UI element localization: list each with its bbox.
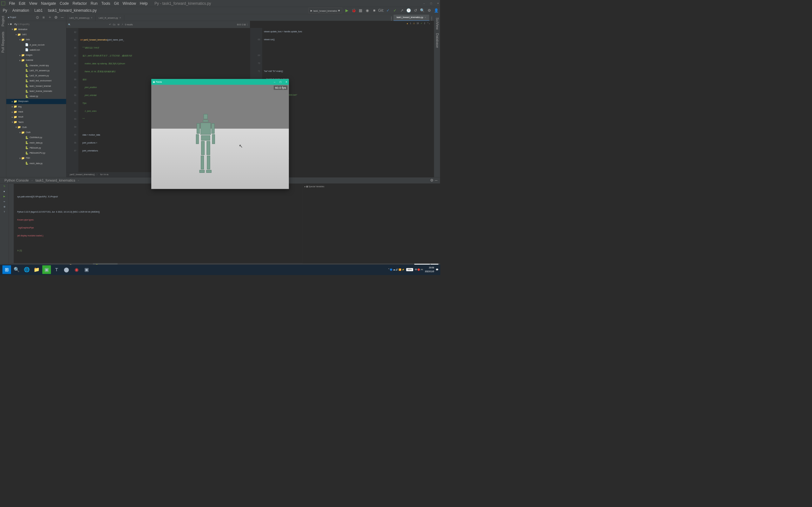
tree-item[interactable]: 🐍Lab2_IK_answers.py <box>6 73 66 78</box>
regex[interactable]: .* <box>121 23 123 26</box>
maximize-button[interactable]: ▢ <box>430 2 432 5</box>
menu-help[interactable]: Help <box>138 0 149 6</box>
tree-item[interactable]: 🐍viewer.py <box>6 94 66 99</box>
git-push-icon[interactable]: ↗ <box>400 8 404 13</box>
console-hide-icon[interactable]: ─ <box>434 178 438 182</box>
git-rollback-icon[interactable]: ↺ <box>413 8 418 13</box>
tree-item[interactable]: 🐍task0_test_environment <box>6 78 66 83</box>
panel-settings-icon[interactable]: ⚙ <box>54 15 58 20</box>
tree-item[interactable]: ▸📁result <box>6 114 66 119</box>
panda-titlebar[interactable]: ▣ Panda ─ ▢ ✕ <box>151 79 289 84</box>
select-file-icon[interactable]: ⊙ <box>35 15 40 20</box>
database-tool[interactable]: Database <box>435 33 439 48</box>
menu-tools[interactable]: Tools <box>100 0 112 6</box>
sciview-tool[interactable]: SciView <box>435 17 439 30</box>
panda-window[interactable]: ▣ Panda ─ ▢ ✕ 60.0 fps ↖ <box>151 79 289 189</box>
rerun-icon[interactable]: ↻ <box>3 185 5 187</box>
prev-match-icon[interactable]: ↶ <box>109 23 111 26</box>
edge-icon[interactable]: 🌐 <box>22 265 31 274</box>
tab-lab2-ik[interactable]: Lab2_IK_answers.py× <box>96 15 124 20</box>
tab-lab1-fk[interactable]: Lab1_FK_answers.py× <box>66 15 96 20</box>
stop-button[interactable]: ■ <box>372 8 376 13</box>
stop-icon[interactable]: ■ <box>4 190 5 193</box>
tree-item[interactable]: ▾📁Cloth <box>6 124 66 130</box>
explorer-icon[interactable]: 📁 <box>32 265 41 274</box>
start-button[interactable]: ⊞ <box>3 265 11 274</box>
tree-item[interactable]: ▸📁material <box>6 58 66 63</box>
tree-item[interactable]: ▾📁Taichi <box>6 119 66 124</box>
run-button[interactable]: ▶ <box>345 8 349 13</box>
breadcrumb-file[interactable]: task1_forward_kinematics.py <box>47 8 98 13</box>
menu-refactor[interactable]: Refactor <box>71 0 89 6</box>
console-settings-icon[interactable]: ⚙ <box>429 178 434 182</box>
debug-button[interactable]: 🐞 <box>351 8 356 13</box>
menu-git[interactable]: Git <box>112 0 120 6</box>
variables-panel[interactable]: ▸ ▦ Special Variables <box>303 183 440 263</box>
notifications-icon[interactable]: 💬 <box>436 268 438 271</box>
breadcrumb-2[interactable]: Lab1 <box>33 8 44 13</box>
breadcrumb-root[interactable]: Py <box>2 8 8 13</box>
menu-run[interactable]: Run <box>89 0 99 6</box>
inspection-badges[interactable]: ▲1 ⚠15 ✓2 ⌃⌄ <box>406 22 430 25</box>
match-case[interactable]: Cc <box>113 23 115 26</box>
tree-item[interactable]: 📄A_pose_run.bvh <box>6 42 66 47</box>
search-button[interactable]: 🔍 <box>12 265 21 274</box>
obs-icon[interactable]: ⬤ <box>62 265 71 274</box>
terminal-icon[interactable]: ▣ <box>82 265 91 274</box>
close-icon[interactable]: × <box>91 16 92 19</box>
tree-item[interactable]: 📄walk60.bvh <box>6 48 66 53</box>
menu-file[interactable]: File <box>7 0 17 6</box>
menu-view[interactable]: View <box>27 0 39 6</box>
hide-panel-icon[interactable]: ─ <box>60 15 64 20</box>
project-tool[interactable]: Project <box>1 16 5 26</box>
run-icon[interactable]: ▶ <box>3 195 5 198</box>
search-icon[interactable]: 🔍 <box>420 8 425 13</box>
collapse-icon[interactable]: ÷ <box>48 15 52 20</box>
tree-item[interactable]: ▾📁data <box>6 37 66 42</box>
tree-item[interactable]: 🐍PBDcloth.py <box>6 146 66 151</box>
tab-task1[interactable]: task1_forward_kinematics.py× <box>394 14 429 21</box>
profile-button[interactable]: ◉ <box>365 8 369 13</box>
console-tab-python[interactable]: Python Console <box>2 177 32 183</box>
system-tray[interactable]: ˄ 🔵 ☁ 🔊 📶 ⚡ 96% 中 🔴 🎮 20:58 2022/11/5 💬 <box>388 266 438 274</box>
settings-icon[interactable]: ⚙ <box>427 8 432 13</box>
menu-code[interactable]: Code <box>58 0 70 6</box>
project-tree[interactable]: ▾■ Py E:\Project\Py ▾📁Animation▾📁Lab1▾📁d… <box>6 21 66 177</box>
settings-icon[interactable]: ⚙ <box>3 206 5 208</box>
close-icon[interactable]: × <box>119 16 121 19</box>
panda-viewport[interactable]: 60.0 fps ↖ <box>151 85 289 189</box>
help-icon[interactable]: ? <box>4 211 5 213</box>
tree-item[interactable]: 🐍ClothMesh.py <box>6 135 66 140</box>
tree-item[interactable]: ▸📁images <box>6 53 66 58</box>
run-config-dropdown[interactable]: ▸ task1_forward_kinematics ▾ <box>308 8 342 13</box>
tree-item[interactable]: ▸📁img <box>6 104 66 109</box>
git-history-icon[interactable]: 🕐 <box>406 8 411 13</box>
menu-navigate[interactable]: Navigate <box>39 0 58 6</box>
close-button[interactable]: ✕ <box>437 2 439 5</box>
tree-item[interactable]: 🐍mesh_data.py <box>6 161 66 166</box>
tree-item[interactable]: ▾📁Lab1 <box>6 32 66 37</box>
tree-item[interactable]: 🐍task1_forward_kinemat <box>6 83 66 89</box>
match-word[interactable]: W <box>118 23 119 26</box>
console-tab-run[interactable]: task1_forward_kinematics <box>33 177 78 183</box>
pycharm-icon[interactable]: ▣ <box>42 265 51 274</box>
panda-close[interactable]: ✕ <box>286 81 287 83</box>
menu-window[interactable]: Window <box>121 0 138 6</box>
breadcrumb-1[interactable]: Animation <box>11 8 31 13</box>
tree-item[interactable]: ▾📁Cloth <box>6 130 66 135</box>
tree-item[interactable]: 🐍PBDclothCPU.py <box>6 151 66 156</box>
pull-requests-tool[interactable]: Pull Requests <box>1 32 5 53</box>
tree-item[interactable]: ▸📁mask <box>6 109 66 114</box>
tree-item[interactable]: ▾📁PBD <box>6 156 66 161</box>
git-commit-icon[interactable]: ✓ <box>393 8 397 13</box>
panda-maximize[interactable]: ▢ <box>280 81 281 83</box>
tree-item[interactable]: 🐍mesh_data.py <box>6 140 66 145</box>
link-icon[interactable]: ∞ <box>3 201 5 203</box>
panda-minimize[interactable]: ─ <box>274 81 275 83</box>
tab-more-icon-2[interactable]: ⋮ <box>429 16 434 20</box>
tree-item[interactable]: ▸📁DeepLearn <box>6 99 66 104</box>
text-icon[interactable]: T <box>52 265 61 274</box>
tree-item[interactable]: 🐍character_model.npy <box>6 63 66 68</box>
app-icon[interactable]: ◉ <box>72 265 81 274</box>
search-icon[interactable]: 🔍 <box>68 23 71 26</box>
